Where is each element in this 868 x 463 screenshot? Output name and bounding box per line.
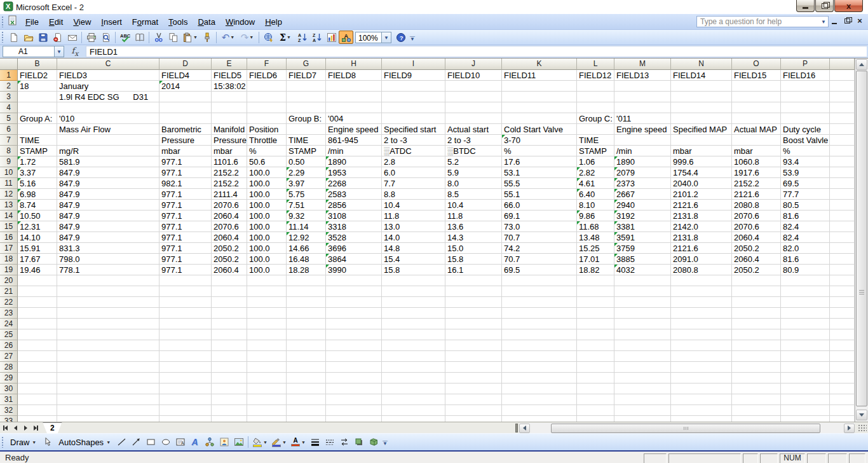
toolbar-options-button[interactable]: —▼ bbox=[381, 436, 390, 449]
cell-J8[interactable]: ░BTDC bbox=[445, 146, 502, 156]
column-header-O[interactable]: O bbox=[732, 59, 781, 70]
cell-I15[interactable]: 13.0 bbox=[382, 221, 445, 232]
cell-F17[interactable]: 100.0 bbox=[247, 243, 287, 254]
cell-L33[interactable] bbox=[577, 416, 614, 422]
row-header-13[interactable]: 13 bbox=[0, 200, 18, 211]
cell-H9[interactable]: 1890 bbox=[326, 156, 382, 167]
cell-N3[interactable] bbox=[671, 92, 732, 102]
cell-K1[interactable]: FIELD11 bbox=[502, 70, 577, 81]
menu-window[interactable]: Window bbox=[220, 15, 260, 29]
cell-F32[interactable] bbox=[247, 405, 287, 416]
cell-P9[interactable]: 93.4 bbox=[781, 156, 830, 167]
cell-I7[interactable]: 2 to -3 bbox=[382, 135, 445, 146]
cell-E5[interactable] bbox=[212, 113, 247, 124]
cell-D8[interactable]: mbar bbox=[159, 146, 212, 156]
cell-E6[interactable]: Manifold bbox=[212, 124, 247, 135]
cell-C12[interactable]: 847.9 bbox=[57, 189, 159, 200]
cell-Q7[interactable] bbox=[830, 135, 855, 146]
cell-G19[interactable]: 18.28 bbox=[287, 265, 326, 275]
insert-function-icon[interactable]: fx bbox=[64, 46, 86, 58]
cell-P32[interactable] bbox=[781, 405, 830, 416]
cell-O11[interactable]: 2152.2 bbox=[732, 178, 781, 189]
cell-M8[interactable]: /min bbox=[614, 146, 671, 156]
cell-L8[interactable]: STAMP bbox=[577, 146, 614, 156]
cell-N30[interactable] bbox=[671, 384, 732, 394]
cell-K8[interactable]: % bbox=[502, 146, 577, 156]
cell-K27[interactable] bbox=[502, 351, 577, 362]
cell-Q28[interactable] bbox=[830, 362, 855, 373]
cell-K24[interactable] bbox=[502, 319, 577, 329]
cell-C8[interactable]: mg/R bbox=[57, 146, 159, 156]
menu-view[interactable]: View bbox=[68, 15, 96, 29]
cell-H3[interactable] bbox=[326, 92, 382, 102]
cell-I1[interactable]: FIELD9 bbox=[382, 70, 445, 81]
picture-button[interactable] bbox=[231, 436, 246, 449]
cell-M22[interactable] bbox=[614, 297, 671, 308]
cell-B18[interactable]: 17.67 bbox=[18, 254, 57, 265]
cell-D17[interactable]: 977.1 bbox=[159, 243, 212, 254]
cell-F31[interactable] bbox=[247, 394, 287, 405]
cell-C2[interactable]: January bbox=[57, 81, 159, 92]
cell-Q5[interactable] bbox=[830, 113, 855, 124]
cell-I29[interactable] bbox=[382, 373, 445, 384]
row-header-9[interactable]: 9 bbox=[0, 156, 18, 167]
cell-P28[interactable] bbox=[781, 362, 830, 373]
cell-F8[interactable]: % bbox=[247, 146, 287, 156]
cell-O12[interactable]: 2121.6 bbox=[732, 189, 781, 200]
cell-L32[interactable] bbox=[577, 405, 614, 416]
undo-button[interactable]: ↶▼ bbox=[219, 31, 238, 44]
cell-D7[interactable]: Pressure bbox=[159, 135, 212, 146]
cell-N12[interactable]: 2101.2 bbox=[671, 189, 732, 200]
cell-D31[interactable] bbox=[159, 394, 212, 405]
cell-B14[interactable]: 10.50 bbox=[18, 211, 57, 221]
cell-K3[interactable] bbox=[502, 92, 577, 102]
column-header-D[interactable]: D bbox=[159, 59, 212, 70]
chart-wizard-button[interactable] bbox=[324, 31, 339, 44]
cell-O27[interactable] bbox=[732, 351, 781, 362]
cell-I31[interactable] bbox=[382, 394, 445, 405]
row-header-7[interactable]: 7 bbox=[0, 135, 18, 146]
cell-G12[interactable]: 5.75 bbox=[287, 189, 326, 200]
cell-D14[interactable]: 977.1 bbox=[159, 211, 212, 221]
cell-F3[interactable] bbox=[247, 92, 287, 102]
cell-B33[interactable] bbox=[18, 416, 57, 422]
cell-G7[interactable]: TIME bbox=[287, 135, 326, 146]
cell-B21[interactable] bbox=[18, 286, 57, 297]
cell-H23[interactable] bbox=[326, 308, 382, 319]
cell-P1[interactable]: FIELD16 bbox=[781, 70, 830, 81]
cell-O18[interactable]: 2060.4 bbox=[732, 254, 781, 265]
cell-O16[interactable]: 2060.4 bbox=[732, 232, 781, 243]
cell-D15[interactable]: 977.1 bbox=[159, 221, 212, 232]
column-header-I[interactable]: I bbox=[382, 59, 445, 70]
cell-L22[interactable] bbox=[577, 297, 614, 308]
cell-F24[interactable] bbox=[247, 319, 287, 329]
cell-H27[interactable] bbox=[326, 351, 382, 362]
cell-F15[interactable]: 100.0 bbox=[247, 221, 287, 232]
row-header-10[interactable]: 10 bbox=[0, 167, 18, 178]
cell-B28[interactable] bbox=[18, 362, 57, 373]
cell-N11[interactable]: 2040.0 bbox=[671, 178, 732, 189]
cell-I9[interactable]: 2.8 bbox=[382, 156, 445, 167]
cell-F4[interactable] bbox=[247, 102, 287, 113]
cell-G21[interactable] bbox=[287, 286, 326, 297]
cell-D9[interactable]: 977.1 bbox=[159, 156, 212, 167]
cell-P24[interactable] bbox=[781, 319, 830, 329]
cell-E27[interactable] bbox=[212, 351, 247, 362]
cell-E29[interactable] bbox=[212, 373, 247, 384]
cell-B1[interactable]: FIELD2 bbox=[18, 70, 57, 81]
cell-E22[interactable] bbox=[212, 297, 247, 308]
cell-F23[interactable] bbox=[247, 308, 287, 319]
cell-M4[interactable] bbox=[614, 102, 671, 113]
cell-M20[interactable] bbox=[614, 275, 671, 286]
cell-E28[interactable] bbox=[212, 362, 247, 373]
cell-M10[interactable]: 2079 bbox=[614, 167, 671, 178]
cell-D30[interactable] bbox=[159, 384, 212, 394]
cell-P19[interactable]: 80.9 bbox=[781, 265, 830, 275]
cell-C28[interactable] bbox=[57, 362, 159, 373]
vertical-scroll-thumb[interactable] bbox=[856, 71, 867, 406]
cell-O19[interactable]: 2050.2 bbox=[732, 265, 781, 275]
scroll-up-button[interactable] bbox=[856, 59, 867, 70]
cell-N22[interactable] bbox=[671, 297, 732, 308]
rectangle-button[interactable] bbox=[144, 436, 158, 449]
cell-D33[interactable] bbox=[159, 416, 212, 422]
